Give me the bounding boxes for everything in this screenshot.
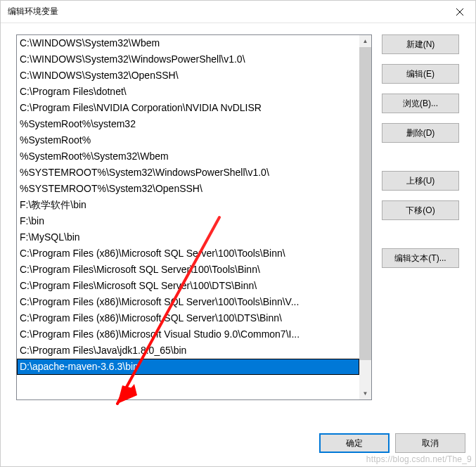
delete-button-label: 删除(D) — [406, 127, 435, 139]
list-item[interactable]: D:\apache-maven-3.6.3\bin — [17, 359, 359, 375]
dialog-title: 编辑环境变量 — [8, 6, 58, 18]
movedown-button[interactable]: 下移(O) — [382, 200, 459, 220]
side-buttons: 新建(N) 编辑(E) 浏览(B)... 删除(D) 上移(U) 下移(O) 编… — [372, 34, 465, 420]
dialog-content: C:\WINDOWS\System32\WbemC:\WINDOWS\Syste… — [1, 23, 475, 426]
titlebar: 编辑环境变量 — [1, 1, 475, 23]
list-item[interactable]: C:\WINDOWS\System32\Wbem — [17, 35, 359, 51]
list-item[interactable]: C:\Program Files\Java\jdk1.8.0_65\bin — [17, 343, 359, 359]
edittext-button-label: 编辑文本(T)... — [394, 252, 446, 264]
moveup-button[interactable]: 上移(U) — [382, 171, 459, 191]
list-item[interactable]: C:\WINDOWS\System32\WindowsPowerShell\v1… — [17, 51, 359, 68]
list-item[interactable]: C:\Program Files (x86)\Microsoft SQL Ser… — [17, 245, 359, 262]
list-item[interactable]: %SystemRoot%\system32 — [17, 116, 359, 132]
close-icon — [456, 8, 463, 15]
list-item[interactable]: C:\Program Files\NVIDIA Corporation\NVID… — [17, 100, 359, 116]
list-item[interactable]: C:\Program Files\Microsoft SQL Server\10… — [17, 278, 359, 294]
path-listbox[interactable]: C:\WINDOWS\System32\WbemC:\WINDOWS\Syste… — [16, 34, 372, 400]
list-item[interactable]: F:\教学软件\bin — [17, 197, 359, 213]
list-item[interactable]: C:\Program Files (x86)\Microsoft Visual … — [17, 326, 359, 343]
cancel-button[interactable]: 取消 — [395, 433, 465, 453]
list-item[interactable]: C:\WINDOWS\System32\OpenSSH\ — [17, 68, 359, 84]
browse-button[interactable]: 浏览(B)... — [382, 94, 459, 113]
list-item[interactable]: C:\Program Files (x86)\Microsoft SQL Ser… — [17, 294, 359, 310]
close-button[interactable] — [444, 1, 475, 23]
list-item[interactable]: %SystemRoot% — [17, 132, 359, 148]
new-button-label: 新建(N) — [406, 39, 435, 51]
new-button[interactable]: 新建(N) — [382, 34, 459, 54]
edit-button-label: 编辑(E) — [406, 68, 435, 80]
ok-button[interactable]: 确定 — [319, 433, 390, 453]
scroll-up-button[interactable]: ▲ — [359, 35, 371, 47]
browse-button-label: 浏览(B)... — [403, 98, 438, 110]
moveup-button-label: 上移(U) — [406, 175, 435, 187]
edittext-button[interactable]: 编辑文本(T)... — [382, 248, 459, 268]
edit-button[interactable]: 编辑(E) — [382, 64, 459, 84]
ok-button-label: 确定 — [346, 437, 363, 449]
dialog-footer: 确定 取消 — [1, 426, 475, 466]
list-item[interactable]: F:\bin — [17, 213, 359, 229]
list-item[interactable]: C:\Program Files\dotnet\ — [17, 84, 359, 100]
list-item[interactable]: %SYSTEMROOT%\System32\OpenSSH\ — [17, 181, 359, 197]
list-item[interactable]: C:\Program Files (x86)\Microsoft SQL Ser… — [17, 310, 359, 326]
list-item[interactable]: %SystemRoot%\System32\Wbem — [17, 148, 359, 165]
list-item[interactable]: C:\Program Files\Microsoft SQL Server\10… — [17, 262, 359, 278]
edit-env-dialog: 编辑环境变量 C:\WINDOWS\System32\WbemC:\WINDOW… — [0, 0, 476, 467]
scrollbar[interactable]: ▲ ▼ — [359, 35, 371, 399]
scroll-track[interactable] — [359, 47, 371, 388]
scroll-down-button[interactable]: ▼ — [359, 388, 371, 399]
list-item[interactable]: F:\MySQL\bin — [17, 229, 359, 245]
scroll-thumb[interactable] — [359, 47, 371, 360]
list-item[interactable]: %SYSTEMROOT%\System32\WindowsPowerShell\… — [17, 165, 359, 181]
movedown-button-label: 下移(O) — [406, 205, 435, 217]
cancel-button-label: 取消 — [422, 437, 439, 449]
delete-button[interactable]: 删除(D) — [382, 123, 459, 143]
